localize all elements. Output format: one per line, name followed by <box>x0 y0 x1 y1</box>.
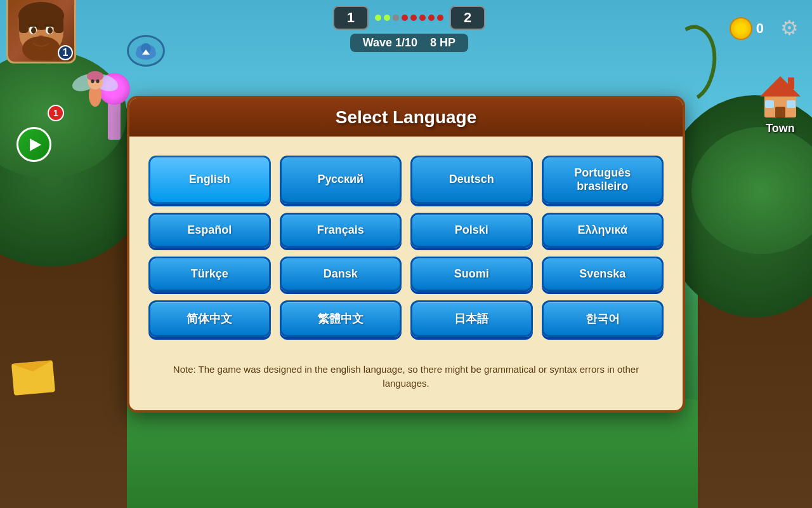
dialog-title-bar: Select Language <box>129 98 683 137</box>
language-note: Note: The game was designed in the engli… <box>148 356 664 398</box>
lang-btn-english[interactable]: English <box>148 156 271 204</box>
lang-btn-swedish[interactable]: Svenska <box>542 257 664 291</box>
lang-btn-portuguese[interactable]: Portuguêsbrasileiro <box>542 156 664 204</box>
lang-btn-chinese-traditional[interactable]: 繁體中文 <box>280 300 402 337</box>
dialog-title: Select Language <box>336 107 477 127</box>
lang-btn-french[interactable]: Français <box>280 213 402 248</box>
language-grid: English Русский Deutsch Portuguêsbrasile… <box>148 156 664 337</box>
dialog-body: English Русский Deutsch Portuguêsbrasile… <box>129 137 683 410</box>
lang-btn-chinese-simplified[interactable]: 简体中文 <box>148 300 271 337</box>
lang-btn-korean[interactable]: 한국어 <box>542 300 664 337</box>
lang-btn-greek[interactable]: Ελληνικά <box>542 213 664 248</box>
lang-btn-turkish[interactable]: Türkçe <box>148 257 271 291</box>
language-dialog: Select Language English Русский Deutsch … <box>127 96 685 413</box>
lang-btn-spanish[interactable]: Español <box>148 213 271 248</box>
lang-btn-polish[interactable]: Polski <box>410 213 533 248</box>
lang-btn-danish[interactable]: Dansk <box>280 257 402 291</box>
lang-btn-russian[interactable]: Русский <box>280 156 402 204</box>
modal-overlay: Select Language English Русский Deutsch … <box>0 0 812 508</box>
lang-btn-german[interactable]: Deutsch <box>410 156 533 204</box>
lang-btn-japanese[interactable]: 日本語 <box>410 300 533 337</box>
lang-btn-finnish[interactable]: Suomi <box>410 257 533 291</box>
